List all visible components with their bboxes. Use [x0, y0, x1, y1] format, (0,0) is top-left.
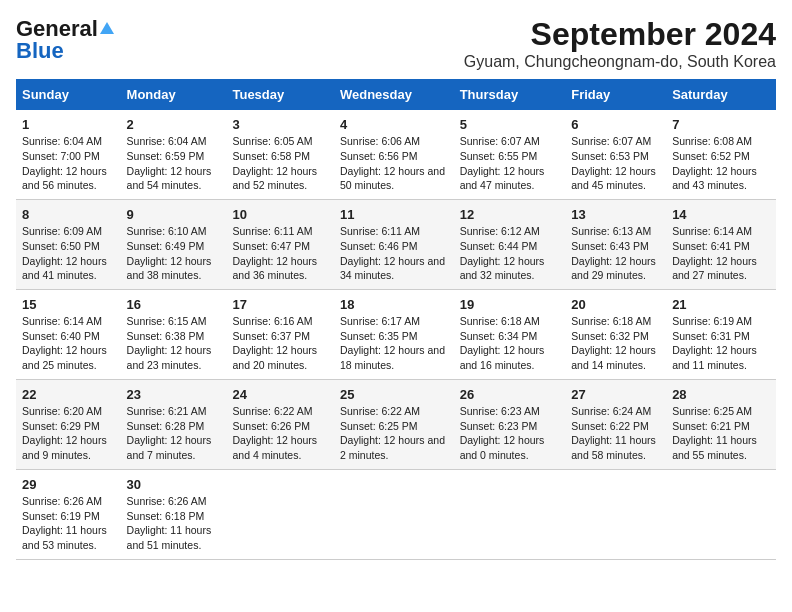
sunrise-label: Sunrise: 6:22 AM — [340, 405, 420, 417]
sunset-label: Sunset: 6:18 PM — [127, 510, 205, 522]
cell-week4-day4: 26Sunrise: 6:23 AMSunset: 6:23 PMDayligh… — [454, 379, 566, 469]
week-row-3: 15Sunrise: 6:14 AMSunset: 6:40 PMDayligh… — [16, 289, 776, 379]
cell-week4-day3: 25Sunrise: 6:22 AMSunset: 6:25 PMDayligh… — [334, 379, 454, 469]
day-number: 25 — [340, 386, 448, 404]
day-number: 6 — [571, 116, 660, 134]
title-block: September 2024 Gyuam, Chungcheongnam-do,… — [464, 16, 776, 71]
cell-week1-day2: 3Sunrise: 6:05 AMSunset: 6:58 PMDaylight… — [226, 110, 333, 199]
daylight-label: Daylight: 12 hours and 47 minutes. — [460, 165, 545, 192]
daylight-label: Daylight: 12 hours and 43 minutes. — [672, 165, 757, 192]
header-thursday: Thursday — [454, 79, 566, 110]
cell-week2-day0: 8Sunrise: 6:09 AMSunset: 6:50 PMDaylight… — [16, 199, 121, 289]
sunrise-label: Sunrise: 6:19 AM — [672, 315, 752, 327]
daylight-label: Daylight: 12 hours and 34 minutes. — [340, 255, 445, 282]
week-row-5: 29Sunrise: 6:26 AMSunset: 6:19 PMDayligh… — [16, 469, 776, 559]
daylight-label: Daylight: 12 hours and 0 minutes. — [460, 434, 545, 461]
sunset-label: Sunset: 6:50 PM — [22, 240, 100, 252]
sunrise-label: Sunrise: 6:05 AM — [232, 135, 312, 147]
daylight-label: Daylight: 12 hours and 56 minutes. — [22, 165, 107, 192]
daylight-label: Daylight: 12 hours and 36 minutes. — [232, 255, 317, 282]
daylight-label: Daylight: 12 hours and 16 minutes. — [460, 344, 545, 371]
sunset-label: Sunset: 6:32 PM — [571, 330, 649, 342]
calendar-header-row: Sunday Monday Tuesday Wednesday Thursday… — [16, 79, 776, 110]
cell-week5-day3 — [334, 469, 454, 559]
cell-week2-day5: 13Sunrise: 6:13 AMSunset: 6:43 PMDayligh… — [565, 199, 666, 289]
day-number: 11 — [340, 206, 448, 224]
sunrise-label: Sunrise: 6:14 AM — [22, 315, 102, 327]
day-number: 23 — [127, 386, 221, 404]
week-row-1: 1Sunrise: 6:04 AMSunset: 7:00 PMDaylight… — [16, 110, 776, 199]
cell-week1-day5: 6Sunrise: 6:07 AMSunset: 6:53 PMDaylight… — [565, 110, 666, 199]
daylight-label: Daylight: 12 hours and 20 minutes. — [232, 344, 317, 371]
logo-triangle-icon — [100, 22, 114, 34]
sunrise-label: Sunrise: 6:11 AM — [340, 225, 420, 237]
cell-week4-day2: 24Sunrise: 6:22 AMSunset: 6:26 PMDayligh… — [226, 379, 333, 469]
daylight-label: Daylight: 12 hours and 2 minutes. — [340, 434, 445, 461]
day-number: 13 — [571, 206, 660, 224]
day-number: 7 — [672, 116, 770, 134]
calendar-title: September 2024 — [464, 16, 776, 53]
sunrise-label: Sunrise: 6:20 AM — [22, 405, 102, 417]
cell-week4-day5: 27Sunrise: 6:24 AMSunset: 6:22 PMDayligh… — [565, 379, 666, 469]
sunrise-label: Sunrise: 6:18 AM — [460, 315, 540, 327]
sunset-label: Sunset: 7:00 PM — [22, 150, 100, 162]
cell-week3-day2: 17Sunrise: 6:16 AMSunset: 6:37 PMDayligh… — [226, 289, 333, 379]
daylight-label: Daylight: 12 hours and 11 minutes. — [672, 344, 757, 371]
day-number: 16 — [127, 296, 221, 314]
daylight-label: Daylight: 12 hours and 18 minutes. — [340, 344, 445, 371]
day-number: 2 — [127, 116, 221, 134]
daylight-label: Daylight: 12 hours and 41 minutes. — [22, 255, 107, 282]
sunset-label: Sunset: 6:43 PM — [571, 240, 649, 252]
logo: General Blue — [16, 16, 114, 64]
day-number: 17 — [232, 296, 327, 314]
cell-week5-day0: 29Sunrise: 6:26 AMSunset: 6:19 PMDayligh… — [16, 469, 121, 559]
cell-week3-day0: 15Sunrise: 6:14 AMSunset: 6:40 PMDayligh… — [16, 289, 121, 379]
daylight-label: Daylight: 11 hours and 55 minutes. — [672, 434, 757, 461]
sunset-label: Sunset: 6:47 PM — [232, 240, 310, 252]
day-number: 1 — [22, 116, 115, 134]
sunrise-label: Sunrise: 6:26 AM — [22, 495, 102, 507]
sunset-label: Sunset: 6:28 PM — [127, 420, 205, 432]
cell-week3-day4: 19Sunrise: 6:18 AMSunset: 6:34 PMDayligh… — [454, 289, 566, 379]
sunset-label: Sunset: 6:52 PM — [672, 150, 750, 162]
day-number: 19 — [460, 296, 560, 314]
daylight-label: Daylight: 12 hours and 45 minutes. — [571, 165, 656, 192]
cell-week3-day6: 21Sunrise: 6:19 AMSunset: 6:31 PMDayligh… — [666, 289, 776, 379]
calendar-table: Sunday Monday Tuesday Wednesday Thursday… — [16, 79, 776, 560]
day-number: 26 — [460, 386, 560, 404]
sunset-label: Sunset: 6:25 PM — [340, 420, 418, 432]
daylight-label: Daylight: 12 hours and 14 minutes. — [571, 344, 656, 371]
sunrise-label: Sunrise: 6:21 AM — [127, 405, 207, 417]
cell-week1-day6: 7Sunrise: 6:08 AMSunset: 6:52 PMDaylight… — [666, 110, 776, 199]
sunset-label: Sunset: 6:37 PM — [232, 330, 310, 342]
sunset-label: Sunset: 6:58 PM — [232, 150, 310, 162]
daylight-label: Daylight: 12 hours and 32 minutes. — [460, 255, 545, 282]
header-monday: Monday — [121, 79, 227, 110]
week-row-2: 8Sunrise: 6:09 AMSunset: 6:50 PMDaylight… — [16, 199, 776, 289]
day-number: 20 — [571, 296, 660, 314]
cell-week4-day6: 28Sunrise: 6:25 AMSunset: 6:21 PMDayligh… — [666, 379, 776, 469]
day-number: 10 — [232, 206, 327, 224]
day-number: 22 — [22, 386, 115, 404]
week-row-4: 22Sunrise: 6:20 AMSunset: 6:29 PMDayligh… — [16, 379, 776, 469]
day-number: 30 — [127, 476, 221, 494]
daylight-label: Daylight: 12 hours and 29 minutes. — [571, 255, 656, 282]
header-friday: Friday — [565, 79, 666, 110]
sunset-label: Sunset: 6:34 PM — [460, 330, 538, 342]
daylight-label: Daylight: 12 hours and 52 minutes. — [232, 165, 317, 192]
daylight-label: Daylight: 12 hours and 7 minutes. — [127, 434, 212, 461]
cell-week5-day2 — [226, 469, 333, 559]
sunrise-label: Sunrise: 6:09 AM — [22, 225, 102, 237]
cell-week4-day0: 22Sunrise: 6:20 AMSunset: 6:29 PMDayligh… — [16, 379, 121, 469]
sunrise-label: Sunrise: 6:13 AM — [571, 225, 651, 237]
header-sunday: Sunday — [16, 79, 121, 110]
sunrise-label: Sunrise: 6:12 AM — [460, 225, 540, 237]
cell-week5-day1: 30Sunrise: 6:26 AMSunset: 6:18 PMDayligh… — [121, 469, 227, 559]
cell-week3-day5: 20Sunrise: 6:18 AMSunset: 6:32 PMDayligh… — [565, 289, 666, 379]
daylight-label: Daylight: 12 hours and 27 minutes. — [672, 255, 757, 282]
cell-week1-day1: 2Sunrise: 6:04 AMSunset: 6:59 PMDaylight… — [121, 110, 227, 199]
header-tuesday: Tuesday — [226, 79, 333, 110]
sunrise-label: Sunrise: 6:15 AM — [127, 315, 207, 327]
day-number: 9 — [127, 206, 221, 224]
sunset-label: Sunset: 6:56 PM — [340, 150, 418, 162]
